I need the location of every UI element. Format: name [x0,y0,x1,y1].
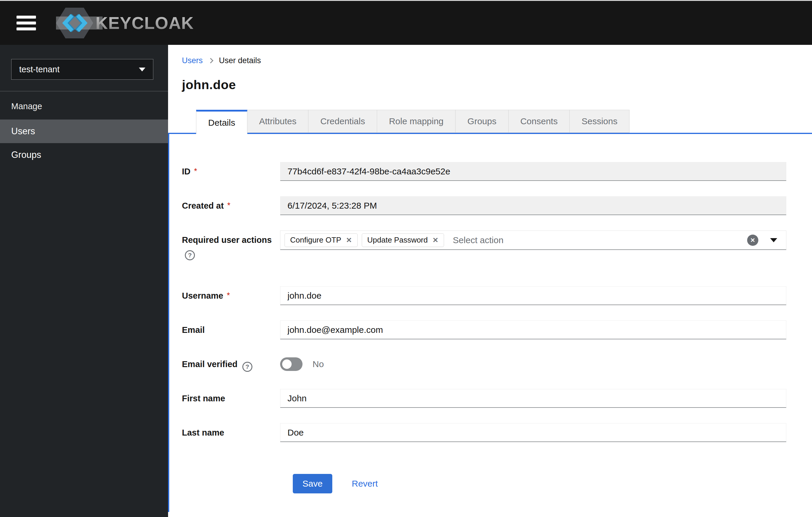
chip-configure-otp: Configure OTP ✕ [285,234,358,247]
realm-selector[interactable]: test-tenant [11,59,153,80]
main-content: Users User details john.doe Details Attr… [168,45,812,517]
hamburger-bar [17,27,36,30]
tab-consents[interactable]: Consents [509,110,570,133]
field-row-required-user-actions: Required user actions ? Configure OTP ✕ … [182,230,812,260]
last-name-label: Last name [182,428,224,437]
select-placeholder: Select action [453,235,503,245]
keycloak-logo-graphic: KEYCLOAK [55,6,196,39]
sidebar-item-groups[interactable]: Groups [0,143,168,167]
help-icon[interactable]: ? [242,362,252,372]
tab-details[interactable]: Details [196,110,248,134]
remove-chip-icon[interactable]: ✕ [346,236,352,244]
field-row-first-name: First name [182,389,812,408]
tab-groups[interactable]: Groups [456,110,508,133]
chevron-down-icon [139,67,145,72]
id-label: ID [182,167,191,176]
sidebar-nav: Manage Users Groups [0,91,168,167]
email-label: Email [182,325,205,335]
required-user-actions-select[interactable]: Configure OTP ✕ Update Password ✕ Select… [280,230,786,250]
username-label: Username [182,291,223,300]
tab-content-details: ID* Created at* [168,133,812,512]
breadcrumb: Users User details [168,45,812,65]
field-row-username: Username* [182,286,812,305]
field-row-last-name: Last name [182,423,812,442]
email-verified-toggle[interactable] [280,357,302,371]
field-row-email: Email [182,321,812,339]
breadcrumb-current: User details [219,56,261,65]
required-indicator: * [227,291,230,300]
chip-update-password: Update Password ✕ [362,234,444,247]
nav-section-label: Manage [0,91,168,111]
tab-role-mapping[interactable]: Role mapping [377,110,456,133]
sidebar: test-tenant Manage Users Groups [0,45,168,517]
save-button[interactable]: Save [293,474,332,493]
masthead: KEYCLOAK [0,0,812,45]
keycloak-admin-console: KEYCLOAK test-tenant Manage Users Groups… [0,0,812,517]
brand-text: KEYCLOAK [95,13,194,32]
email-field[interactable] [280,321,786,339]
remove-chip-icon[interactable]: ✕ [433,236,438,244]
sidebar-item-users[interactable]: Users [0,119,168,143]
hamburger-bar [17,22,36,25]
tab-credentials[interactable]: Credentials [309,110,377,133]
field-row-created-at: Created at* [182,196,812,215]
realm-selector-wrap: test-tenant [0,45,168,91]
first-name-label: First name [182,393,225,403]
realm-selector-value: test-tenant [19,65,60,74]
field-row-id: ID* [182,162,812,181]
help-icon[interactable]: ? [185,250,195,260]
required-user-actions-label: Required user actions [182,235,272,245]
required-indicator: * [194,167,197,175]
chip-label: Configure OTP [290,236,341,245]
keycloak-logo: KEYCLOAK [55,6,196,39]
revert-button[interactable]: Revert [352,479,378,489]
created-at-field[interactable] [280,196,786,215]
select-caret-icon[interactable] [770,238,777,242]
last-name-field[interactable] [280,423,786,442]
first-name-field[interactable] [280,389,786,408]
id-field[interactable] [280,162,786,181]
email-verified-label: Email verified [182,359,238,369]
username-field[interactable] [280,286,786,305]
hamburger-bar [17,16,36,19]
created-at-label: Created at [182,201,224,210]
required-indicator: * [227,201,231,210]
toggle-knob [282,359,292,369]
tab-sessions[interactable]: Sessions [570,110,630,133]
user-details-form: ID* Created at* [169,134,812,511]
field-row-email-verified: Email verified? No [182,355,812,374]
breadcrumb-link-users[interactable]: Users [182,56,203,65]
email-verified-state: No [313,359,324,369]
page-title: john.doe [182,78,812,92]
clear-all-icon[interactable]: ✕ [747,235,758,246]
tab-bar: Details Attributes Credentials Role mapp… [196,110,812,134]
tab-attributes[interactable]: Attributes [248,110,309,133]
form-actions: Save Revert [293,474,812,511]
breadcrumb-separator-icon [208,58,213,63]
chip-label: Update Password [367,236,428,245]
nav-toggle-button[interactable] [17,15,37,31]
